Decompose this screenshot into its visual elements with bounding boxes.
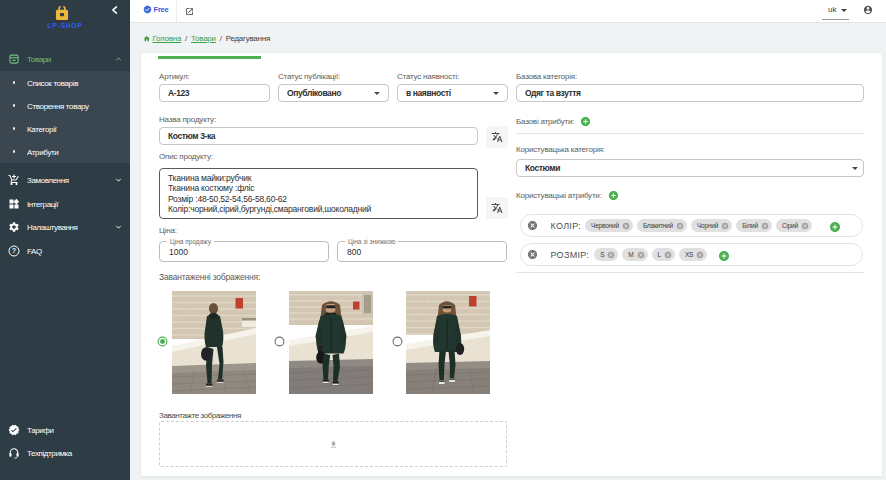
svg-text:?: ?: [12, 247, 16, 254]
